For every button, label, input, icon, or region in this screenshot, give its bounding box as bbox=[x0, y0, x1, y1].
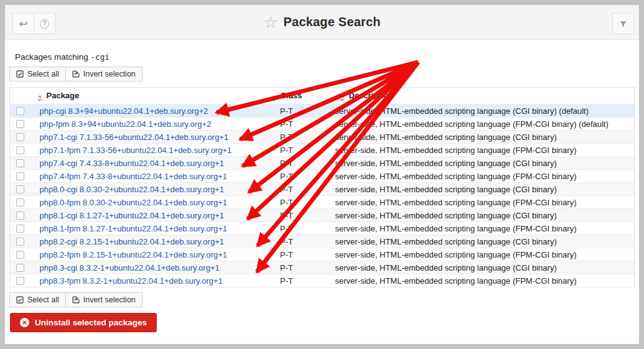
filter-icon bbox=[618, 19, 628, 29]
class-cell: P-T bbox=[259, 274, 315, 287]
table-row: php8.0-cgi 8.0.30-2+ubuntu22.04.1+deb.su… bbox=[10, 183, 635, 196]
checkbox-cell bbox=[10, 248, 35, 261]
row-checkbox[interactable] bbox=[16, 264, 24, 272]
table-row: php7.1-cgi 7.1.33-56+ubuntu22.04.1+deb.s… bbox=[10, 131, 635, 144]
table-row: php8.3-cgi 8.3.2-1+ubuntu22.04.1+deb.sur… bbox=[10, 261, 635, 274]
help-icon: ? bbox=[40, 19, 49, 29]
nav-button-group: ↩ ? bbox=[12, 13, 55, 34]
package-link[interactable]: php-fpm 8.3+94+ubuntu22.04.1+deb.sury.or… bbox=[40, 119, 212, 129]
class-cell: P-T bbox=[259, 131, 315, 144]
package-link[interactable]: php8.3-fpm 8.3.2-1+ubuntu22.04.1+deb.sur… bbox=[40, 276, 223, 286]
description-cell: server-side, HTML-embedded scripting lan… bbox=[315, 144, 635, 157]
circle-x-icon: ✕ bbox=[20, 318, 29, 327]
package-link[interactable]: php7.4-fpm 7.4.33-8+ubuntu22.04.1+deb.su… bbox=[40, 172, 228, 181]
uninstall-label: Uninstall selected packages bbox=[35, 318, 147, 327]
class-cell: P-T bbox=[259, 183, 315, 196]
class-cell: P-T bbox=[259, 248, 315, 261]
row-checkbox[interactable] bbox=[16, 146, 24, 154]
package-link[interactable]: php8.3-cgi 8.3.2-1+ubuntu22.04.1+deb.sur… bbox=[40, 263, 220, 272]
class-cell: P-T bbox=[259, 261, 315, 274]
row-checkbox[interactable] bbox=[16, 212, 24, 220]
filter-button[interactable] bbox=[612, 13, 634, 34]
title-group: ☆ Package Search bbox=[263, 14, 381, 30]
select-all-button[interactable]: Select all bbox=[9, 67, 66, 81]
checkbox-cell bbox=[10, 170, 35, 183]
class-cell: P-T bbox=[259, 105, 315, 118]
row-checkbox[interactable] bbox=[16, 277, 24, 285]
package-column-header[interactable]: Package bbox=[35, 88, 259, 105]
description-cell: server-side, HTML-embedded scripting lan… bbox=[315, 183, 635, 196]
package-cell: php7.1-fpm 7.1.33-56+ubuntu22.04.1+deb.s… bbox=[35, 144, 259, 157]
invert-selection-label: Invert selection bbox=[83, 70, 136, 78]
checkbox-cell bbox=[10, 183, 35, 196]
checkbox-cell bbox=[10, 261, 35, 274]
class-cell: P-T bbox=[259, 222, 315, 235]
invert-selection-icon bbox=[72, 296, 80, 304]
row-checkbox[interactable] bbox=[16, 107, 24, 115]
uninstall-button[interactable]: ✕ Uninstall selected packages bbox=[10, 313, 157, 332]
description-cell: server-side, HTML-embedded scripting lan… bbox=[315, 131, 635, 144]
description-cell: server-side, HTML-embedded scripting lan… bbox=[315, 248, 635, 261]
row-checkbox[interactable] bbox=[16, 133, 24, 141]
selection-toolbar-top: Select all Invert selection bbox=[9, 67, 635, 81]
package-cell: php8.2-cgi 8.2.15-1+ubuntu22.04.1+deb.su… bbox=[35, 235, 259, 248]
row-checkbox[interactable] bbox=[16, 198, 24, 207]
description-cell: server-side, HTML-embedded scripting lan… bbox=[315, 222, 635, 235]
package-cell: php8.3-cgi 8.3.2-1+ubuntu22.04.1+deb.sur… bbox=[35, 261, 259, 274]
sort-icon bbox=[37, 95, 42, 101]
package-link[interactable]: php7.1-cgi 7.1.33-56+ubuntu22.04.1+deb.s… bbox=[40, 133, 229, 142]
row-checkbox[interactable] bbox=[16, 172, 24, 180]
selection-toolbar-bottom: Select all Invert selection bbox=[9, 292, 635, 307]
table-row: php-cgi 8.3+94+ubuntu22.04.1+deb.sury.or… bbox=[10, 105, 635, 118]
class-cell: P-T bbox=[259, 118, 315, 131]
invert-selection-button[interactable]: Invert selection bbox=[65, 292, 142, 307]
class-cell: P-T bbox=[259, 235, 315, 248]
table-row: php8.1-fpm 8.1.27-1+ubuntu22.04.1+deb.su… bbox=[10, 222, 635, 235]
invert-selection-label: Invert selection bbox=[83, 295, 136, 304]
package-link[interactable]: php7.1-fpm 7.1.33-56+ubuntu22.04.1+deb.s… bbox=[40, 146, 232, 155]
package-link[interactable]: php8.0-fpm 8.0.30-2+ubuntu22.04.1+deb.su… bbox=[40, 198, 228, 207]
row-checkbox[interactable] bbox=[16, 238, 24, 246]
package-link[interactable]: php-cgi 8.3+94+ubuntu22.04.1+deb.sury.or… bbox=[40, 106, 208, 116]
package-link[interactable]: php8.1-fpm 8.1.27-1+ubuntu22.04.1+deb.su… bbox=[40, 224, 228, 233]
class-cell: P-T bbox=[259, 144, 315, 157]
invert-selection-button[interactable]: Invert selection bbox=[65, 67, 142, 81]
table-row: php8.1-cgi 8.1.27-1+ubuntu22.04.1+deb.su… bbox=[10, 209, 635, 222]
table-row: php7.4-fpm 7.4.33-8+ubuntu22.04.1+deb.su… bbox=[10, 170, 635, 183]
row-checkbox[interactable] bbox=[16, 225, 24, 233]
row-checkbox[interactable] bbox=[16, 185, 24, 193]
description-cell: server-side, HTML-embedded scripting lan… bbox=[315, 157, 635, 170]
back-button[interactable]: ↩ bbox=[12, 13, 34, 34]
help-button[interactable]: ? bbox=[34, 13, 55, 34]
description-column-header[interactable]: Description bbox=[315, 88, 635, 105]
package-cell: php7.4-cgi 7.4.33-8+ubuntu22.04.1+deb.su… bbox=[35, 157, 259, 170]
search-query: -cgi bbox=[91, 52, 110, 62]
invert-selection-icon bbox=[72, 70, 80, 78]
select-all-button[interactable]: Select all bbox=[9, 292, 66, 307]
package-cell: php7.1-cgi 7.1.33-56+ubuntu22.04.1+deb.s… bbox=[35, 131, 259, 144]
checkbox-cell bbox=[10, 105, 35, 118]
description-cell: server-side, HTML-embedded scripting lan… bbox=[315, 196, 635, 209]
select-all-label: Select all bbox=[27, 295, 59, 304]
class-cell: P-T bbox=[259, 196, 315, 209]
class-column-header[interactable]: Class bbox=[259, 88, 315, 105]
row-checkbox[interactable] bbox=[16, 251, 24, 259]
checkbox-cell bbox=[10, 157, 35, 170]
package-link[interactable]: php7.4-cgi 7.4.33-8+ubuntu22.04.1+deb.su… bbox=[40, 159, 224, 168]
table-row: php7.4-cgi 7.4.33-8+ubuntu22.04.1+deb.su… bbox=[10, 157, 635, 170]
table-row: php8.2-cgi 8.2.15-1+ubuntu22.04.1+deb.su… bbox=[10, 235, 635, 248]
table-row: php8.2-fpm 8.2.15-1+ubuntu22.04.1+deb.su… bbox=[10, 248, 635, 261]
row-checkbox[interactable] bbox=[16, 159, 24, 167]
row-checkbox[interactable] bbox=[16, 120, 24, 128]
table-row: php8.3-fpm 8.3.2-1+ubuntu22.04.1+deb.sur… bbox=[10, 274, 635, 287]
checkbox-cell bbox=[10, 118, 35, 131]
package-link[interactable]: php8.1-cgi 8.1.27-1+ubuntu22.04.1+deb.su… bbox=[40, 211, 224, 220]
package-link[interactable]: php8.2-fpm 8.2.15-1+ubuntu22.04.1+deb.su… bbox=[40, 250, 228, 259]
description-cell: server-side, HTML-embedded scripting lan… bbox=[315, 118, 635, 131]
table-row: php7.1-fpm 7.1.33-56+ubuntu22.04.1+deb.s… bbox=[10, 144, 635, 157]
package-link[interactable]: php8.2-cgi 8.2.15-1+ubuntu22.04.1+deb.su… bbox=[40, 237, 224, 246]
favorite-star-icon[interactable]: ☆ bbox=[263, 14, 278, 30]
table-row: php-fpm 8.3+94+ubuntu22.04.1+deb.sury.or… bbox=[10, 118, 635, 131]
description-cell: server-side, HTML-embedded scripting lan… bbox=[315, 274, 635, 287]
package-link[interactable]: php8.0-cgi 8.0.30-2+ubuntu22.04.1+deb.su… bbox=[40, 185, 224, 194]
